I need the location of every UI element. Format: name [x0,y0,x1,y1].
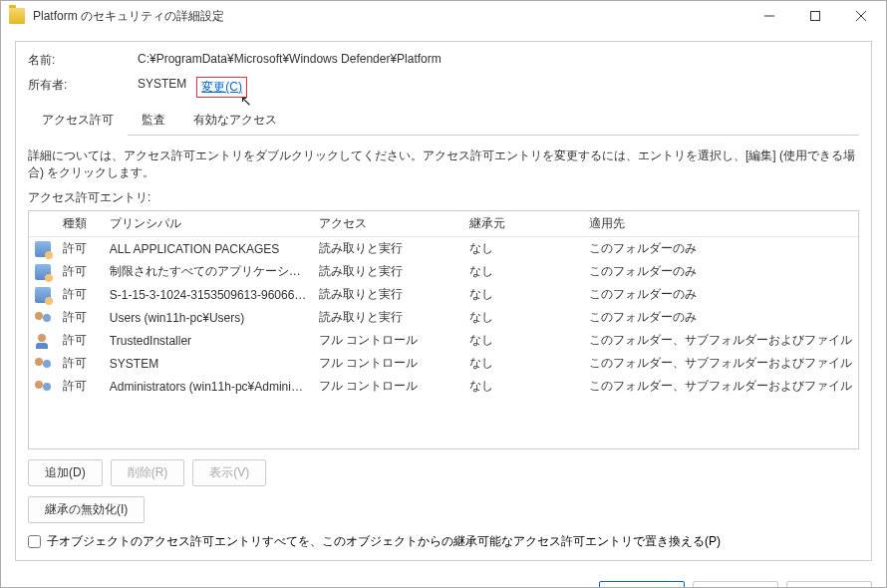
principal-icon [35,241,51,257]
tab-permissions[interactable]: アクセス許可 [28,106,128,137]
name-value: C:¥ProgramData¥Microsoft¥Windows Defende… [138,52,442,69]
main-panel: 名前: C:¥ProgramData¥Microsoft¥Windows Def… [15,41,872,561]
titlebar: Platform のセキュリティの詳細設定 [1,1,886,31]
cell-applies: このフォルダーのみ [583,237,858,261]
col-access[interactable]: アクセス [313,211,463,237]
col-icon[interactable] [29,211,57,237]
cell-principal: SYSTEM [104,352,313,375]
cell-inherited: なし [463,306,583,329]
cell-access: フル コントロール [313,375,463,398]
ok-button[interactable]: OK [599,581,685,588]
entries-label: アクセス許可エントリ: [28,189,859,206]
minimize-button[interactable] [746,1,792,31]
cell-type: 許可 [57,306,104,329]
col-type[interactable]: 種類 [57,211,104,237]
col-inherited[interactable]: 継承元 [463,211,583,237]
cancel-button[interactable]: キャンセル [693,581,778,588]
cell-access: 読み取りと実行 [313,260,463,283]
cell-inherited: なし [463,329,583,352]
cell-applies: このフォルダーのみ [583,306,858,329]
tab-effective-access[interactable]: 有効なアクセス [179,106,291,136]
table-row[interactable]: 許可Users (win11h-pc¥Users)読み取りと実行なしこのフォルダ… [29,306,858,329]
principal-icon [35,264,51,280]
cell-applies: このフォルダーのみ [583,283,858,306]
cell-access: フル コントロール [313,329,463,352]
permission-entries-list[interactable]: 種類 プリンシパル アクセス 継承元 適用先 許可ALL APPLICATION… [28,210,859,449]
cell-applies: このフォルダー、サブフォルダーおよびファイル [583,375,858,398]
cell-principal: Users (win11h-pc¥Users) [104,306,313,329]
close-button[interactable] [838,1,884,31]
cell-inherited: なし [463,375,583,398]
dialog-footer: OK キャンセル 適用(A) [1,571,886,588]
name-label: 名前: [28,52,138,69]
table-row[interactable]: 許可Administrators (win11h-pc¥Adminis...フル… [29,375,858,398]
principal-icon [35,356,51,372]
cell-principal: 制限されたすべてのアプリケーション パッケ... [104,260,313,283]
principal-icon [35,333,51,349]
col-applies[interactable]: 適用先 [583,211,858,237]
change-link-text: 変更(C) [201,80,242,94]
cell-principal: Administrators (win11h-pc¥Adminis... [104,375,313,398]
cell-principal: TrustedInstaller [104,329,313,352]
apply-button[interactable]: 適用(A) [786,581,872,588]
owner-label: 所有者: [28,77,138,98]
cell-type: 許可 [57,329,104,352]
table-row[interactable]: 許可制限されたすべてのアプリケーション パッケ...読み取りと実行なしこのフォル… [29,260,858,283]
svg-rect-1 [811,12,820,21]
principal-icon [35,287,51,303]
cell-access: 読み取りと実行 [313,283,463,306]
cell-inherited: なし [463,260,583,283]
principal-icon [35,310,51,326]
change-owner-link[interactable]: 変更(C) ↖ [196,77,247,98]
col-principal[interactable]: プリンシパル [104,211,313,237]
remove-button[interactable]: 削除(R) [111,459,185,486]
cell-type: 許可 [57,352,104,375]
owner-value: SYSTEM [138,77,186,98]
instructions-text: 詳細については、アクセス許可エントリをダブルクリックしてください。アクセス許可エ… [28,147,859,181]
cell-type: 許可 [57,237,104,261]
cell-principal: S-1-15-3-1024-3153509613-9606667... [104,283,313,306]
view-button[interactable]: 表示(V) [192,459,266,486]
cell-access: 読み取りと実行 [313,306,463,329]
window-title: Platform のセキュリティの詳細設定 [33,8,746,25]
cell-inherited: なし [463,237,583,261]
cell-inherited: なし [463,352,583,375]
cell-principal: ALL APPLICATION PACKAGES [104,237,313,261]
add-button[interactable]: 追加(D) [28,459,103,486]
replace-child-permissions-checkbox[interactable] [28,535,41,548]
cell-inherited: なし [463,283,583,306]
cell-access: 読み取りと実行 [313,237,463,261]
table-row[interactable]: 許可S-1-15-3-1024-3153509613-9606667...読み取… [29,283,858,306]
folder-icon [9,8,25,24]
principal-icon [35,379,51,395]
table-row[interactable]: 許可SYSTEMフル コントロールなしこのフォルダー、サブフォルダーおよびファイ… [29,352,858,375]
cell-applies: このフォルダー、サブフォルダーおよびファイル [583,352,858,375]
maximize-button[interactable] [792,1,838,31]
cell-type: 許可 [57,375,104,398]
cell-type: 許可 [57,260,104,283]
tab-audit[interactable]: 監査 [128,106,179,136]
table-row[interactable]: 許可ALL APPLICATION PACKAGES読み取りと実行なしこのフォル… [29,237,858,261]
cell-access: フル コントロール [313,352,463,375]
cell-applies: このフォルダー、サブフォルダーおよびファイル [583,329,858,352]
tab-strip: アクセス許可 監査 有効なアクセス [28,106,859,136]
replace-child-permissions-label[interactable]: 子オブジェクトのアクセス許可エントリすべてを、このオブジェクトからの継承可能なア… [47,533,721,550]
cell-applies: このフォルダーのみ [583,260,858,283]
disable-inheritance-button[interactable]: 継承の無効化(I) [28,496,145,523]
table-row[interactable]: 許可TrustedInstallerフル コントロールなしこのフォルダー、サブフ… [29,329,858,352]
cell-type: 許可 [57,283,104,306]
